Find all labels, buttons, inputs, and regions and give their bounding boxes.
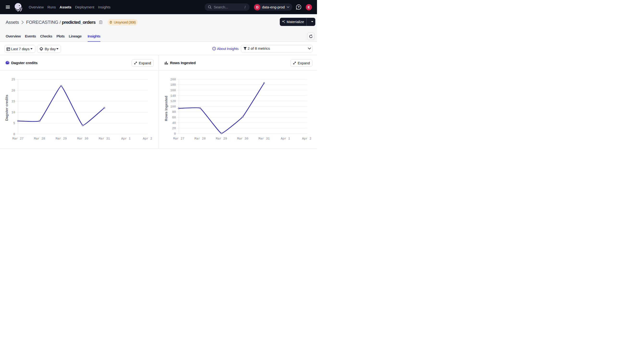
svg-text:Rows Ingested: Rows Ingested <box>164 96 168 121</box>
svg-text:80: 80 <box>172 110 176 114</box>
svg-text:20: 20 <box>172 126 176 130</box>
svg-text:?: ? <box>298 5 300 9</box>
svg-text:Mar 28: Mar 28 <box>34 137 45 140</box>
svg-text:Apr 2: Apr 2 <box>302 137 311 140</box>
svg-text:Apr 1: Apr 1 <box>121 137 131 140</box>
svg-text:Mar 29: Mar 29 <box>56 137 67 140</box>
svg-text:15: 15 <box>11 100 15 103</box>
svg-text:20: 20 <box>11 89 15 92</box>
svg-text:60: 60 <box>172 116 176 119</box>
svg-text:0: 0 <box>174 132 176 136</box>
svg-text:180: 180 <box>170 83 176 87</box>
svg-text:25: 25 <box>11 78 15 82</box>
svg-text:40: 40 <box>172 121 176 125</box>
svg-text:Mar 31: Mar 31 <box>258 137 270 140</box>
svg-text:Mar 27: Mar 27 <box>173 137 184 140</box>
svg-text:200: 200 <box>170 78 176 82</box>
svg-text:Mar 31: Mar 31 <box>99 137 110 140</box>
svg-text:Apr 2: Apr 2 <box>143 137 152 140</box>
svg-text:Mar 27: Mar 27 <box>12 137 24 140</box>
svg-text:Apr 1: Apr 1 <box>280 137 290 140</box>
svg-text:10: 10 <box>11 111 15 114</box>
svg-text:120: 120 <box>170 100 176 103</box>
svg-text:Mar 29: Mar 29 <box>216 137 227 140</box>
svg-text:140: 140 <box>170 94 176 98</box>
svg-text:Mar 28: Mar 28 <box>194 137 206 140</box>
svg-text:160: 160 <box>170 88 176 92</box>
svg-text:5: 5 <box>13 122 15 125</box>
svg-text:100: 100 <box>170 105 176 108</box>
svg-text:Mar 30: Mar 30 <box>237 137 248 140</box>
svg-text:0: 0 <box>13 132 15 136</box>
svg-text:Dagster credits: Dagster credits <box>4 94 9 121</box>
svg-text:Mar 30: Mar 30 <box>77 137 88 140</box>
